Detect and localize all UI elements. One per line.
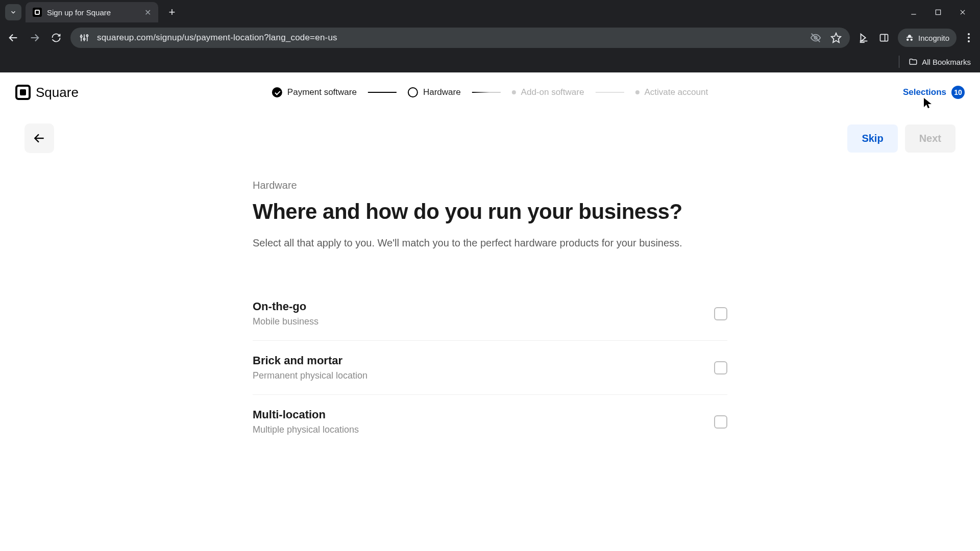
next-button[interactable]: Next — [905, 124, 955, 153]
step-label: Add-on software — [521, 87, 584, 97]
browser-back-button[interactable] — [6, 31, 20, 45]
side-panel-icon[interactable] — [877, 31, 891, 44]
browser-reload-button[interactable] — [49, 31, 63, 45]
svg-point-9 — [81, 36, 82, 37]
step-upcoming-icon — [512, 90, 516, 94]
page-subhead: Select all that apply to you. We'll matc… — [253, 235, 702, 251]
step-label: Hardware — [423, 87, 461, 97]
step-hardware: Hardware — [408, 87, 461, 97]
svg-point-10 — [83, 38, 85, 40]
step-label: Payment software — [287, 87, 357, 97]
window-controls — [909, 9, 975, 16]
main-content: Hardware Where and how do you run your b… — [242, 180, 738, 448]
step-activate-account: Activate account — [635, 87, 708, 97]
option-subtitle: Multiple physical locations — [253, 424, 359, 435]
skip-button[interactable]: Skip — [847, 124, 897, 153]
new-tab-button[interactable]: + — [163, 4, 181, 21]
eye-off-icon[interactable] — [810, 32, 821, 43]
site-settings-icon[interactable] — [79, 32, 90, 43]
option-title: Multi-location — [253, 408, 359, 421]
section-eyebrow: Hardware — [253, 180, 727, 191]
incognito-chip[interactable]: Incognito — [898, 29, 957, 47]
page-headline: Where and how do you run your business? — [253, 199, 727, 224]
square-logo-mark — [15, 85, 31, 100]
option-subtitle: Permanent physical location — [253, 370, 368, 381]
back-button[interactable] — [24, 123, 54, 153]
step-connector — [368, 92, 397, 93]
browser-menu-button[interactable] — [964, 33, 974, 42]
all-bookmarks-label: All Bookmarks — [922, 58, 971, 66]
incognito-label: Incognito — [918, 34, 949, 42]
option-multi-location[interactable]: Multi-location Multiple physical locatio… — [253, 395, 727, 448]
selections-count-badge: 10 — [951, 86, 965, 99]
svg-marker-15 — [861, 34, 866, 42]
window-maximize-icon[interactable] — [933, 9, 943, 16]
options-list: On-the-go Mobile business Brick and mort… — [253, 287, 727, 448]
page-nav-row: Skip Next — [0, 112, 980, 164]
tab-favicon — [33, 8, 42, 17]
option-subtitle: Mobile business — [253, 316, 318, 327]
step-connector — [595, 92, 624, 93]
step-connector — [472, 92, 501, 93]
progress-stepper: Payment software Hardware Add-on softwar… — [272, 87, 708, 97]
url-text: squareup.com/signup/us/payment-location?… — [97, 33, 337, 43]
option-title: Brick and mortar — [253, 354, 368, 367]
app-header: Square Payment software Hardware Add-on … — [0, 72, 980, 112]
svg-rect-18 — [880, 34, 888, 41]
option-brick-and-mortar[interactable]: Brick and mortar Permanent physical loca… — [253, 341, 727, 395]
browser-tab[interactable]: Sign up for Square ✕ — [26, 2, 158, 22]
square-logo-text: Square — [36, 85, 79, 101]
browser-toolbar: squareup.com/signup/us/payment-location?… — [0, 24, 980, 51]
svg-marker-14 — [831, 33, 841, 42]
option-title: On-the-go — [253, 300, 318, 313]
page-content: Square Payment software Hardware Add-on … — [0, 72, 980, 551]
step-addon-software: Add-on software — [512, 87, 584, 97]
checkbox[interactable] — [714, 415, 727, 429]
svg-rect-1 — [936, 10, 940, 14]
browser-forward-button[interactable] — [28, 31, 42, 45]
step-label: Activate account — [644, 87, 708, 97]
tab-close-icon[interactable]: ✕ — [144, 8, 151, 17]
tab-search-button[interactable] — [5, 4, 21, 20]
bookmarks-bar: All Bookmarks — [0, 51, 980, 72]
tab-title: Sign up for Square — [47, 8, 139, 17]
tab-strip: Sign up for Square ✕ + — [0, 0, 980, 24]
divider — [899, 56, 899, 68]
url-bar[interactable]: squareup.com/signup/us/payment-location?… — [70, 28, 850, 48]
window-minimize-icon[interactable] — [909, 9, 919, 16]
checkbox[interactable] — [714, 361, 727, 374]
step-current-icon — [408, 87, 418, 97]
bookmark-star-icon[interactable] — [830, 32, 842, 43]
step-done-icon — [272, 87, 282, 97]
window-close-icon[interactable] — [958, 9, 968, 16]
option-on-the-go[interactable]: On-the-go Mobile business — [253, 287, 727, 341]
step-upcoming-icon — [635, 90, 639, 94]
browser-chrome: Sign up for Square ✕ + — [0, 0, 980, 72]
selections-label: Selections — [903, 87, 946, 97]
selections-button[interactable]: Selections 10 — [903, 86, 965, 99]
all-bookmarks-button[interactable]: All Bookmarks — [909, 57, 971, 66]
svg-point-11 — [86, 35, 88, 36]
media-control-icon[interactable] — [857, 31, 870, 44]
square-logo[interactable]: Square — [15, 85, 79, 101]
checkbox[interactable] — [714, 307, 727, 320]
step-payment-software: Payment software — [272, 87, 357, 97]
